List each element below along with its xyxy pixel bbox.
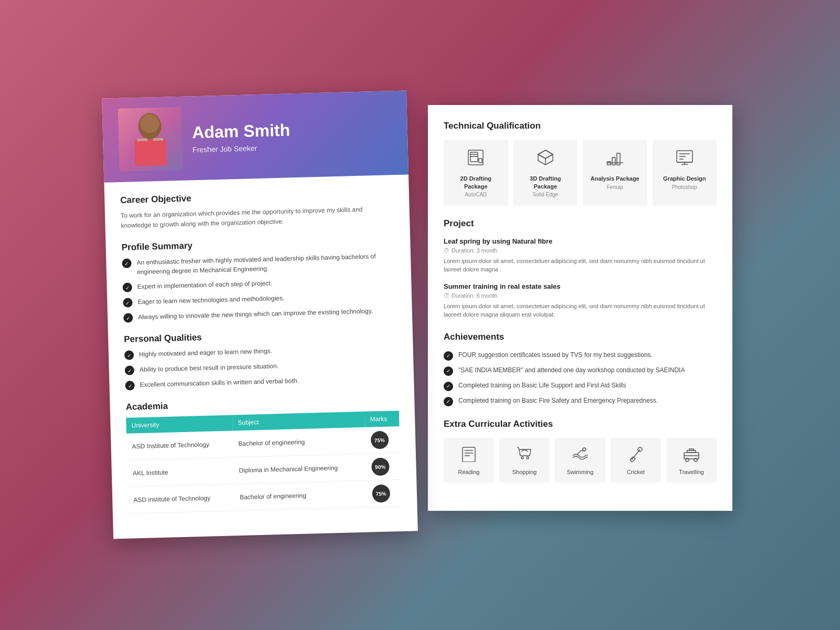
project-name: Leaf spring by using Natural fibre [444, 237, 717, 245]
tech-qual-title: Technical Qualification [444, 121, 717, 131]
activity-swimming: Swimming [555, 438, 605, 482]
activity-cricket: Cricket [611, 438, 661, 482]
svg-line-13 [545, 154, 553, 159]
tech-qual-section: Technical Qualification 2D Drafting Pack… [444, 121, 717, 206]
profile-summary-title: Profile Summary [121, 236, 394, 254]
check-icon: ✓ [123, 313, 133, 323]
cell-subject: Diploma in Mechanical Engineering [234, 454, 366, 485]
check-icon: ✓ [123, 298, 132, 308]
col-marks: Marks [364, 411, 399, 428]
svg-rect-2 [134, 139, 166, 166]
reading-icon [448, 445, 490, 466]
svg-rect-9 [479, 159, 482, 163]
check-icon: ✓ [124, 351, 134, 360]
svg-rect-15 [607, 162, 611, 165]
avatar [118, 107, 183, 172]
achievements-section: Achievements ✓ FOUR suggestion certifica… [444, 332, 717, 406]
academia-table: University Subject Marks ASD Institute o… [126, 411, 402, 514]
svg-rect-16 [612, 158, 615, 165]
svg-marker-11 [538, 150, 553, 159]
svg-rect-34 [630, 457, 635, 462]
graphic-design-icon [658, 148, 712, 171]
drafting-2d-icon [449, 148, 503, 171]
list-item: ✓ Expert in implementation of each step … [122, 276, 395, 293]
project-item: Summer training in real estate sales ⏱ D… [444, 282, 717, 319]
svg-line-14 [538, 154, 545, 159]
tech-sub: Photoshop [658, 184, 712, 190]
list-item: ✓ An enthusiastic fresher with highly mo… [122, 251, 395, 278]
check-icon: ✓ [122, 283, 132, 292]
check-icon: ✓ [125, 381, 134, 391]
resume-header: Adam Smith Fresher Job Seeker [102, 91, 408, 183]
project-duration: ⏱ Duration: 3 month [444, 247, 717, 254]
personal-qualities-bullets: ✓ Highly motivated and eager to learn ne… [124, 343, 398, 391]
cricket-icon [615, 445, 657, 466]
cell-marks: 90% [366, 453, 401, 481]
career-objective-title: Career Objective [120, 188, 393, 206]
tech-card-graphic: Graphic Design Photoshop [653, 140, 717, 206]
svg-rect-26 [463, 447, 475, 462]
left-page: Adam Smith Fresher Job Seeker Career Obj… [102, 91, 418, 539]
project-duration: ⏱ Duration: 6 month [444, 292, 717, 299]
activity-shopping: Shopping [499, 438, 550, 482]
cell-subject: Bachelor of engineering [234, 481, 367, 511]
svg-rect-3 [137, 139, 148, 142]
drafting-3d-icon [519, 148, 573, 171]
analysis-icon [588, 148, 642, 171]
project-name: Summer training in real estate sales [444, 282, 717, 290]
check-icon: ✓ [444, 351, 453, 361]
cell-marks: 75% [365, 427, 400, 454]
shopping-icon [503, 445, 545, 466]
project-desc: Lorem ipsum dolor sit amet, consectetuer… [444, 257, 717, 274]
svg-rect-4 [153, 138, 163, 141]
tech-card-analysis: Analysis Package Femap [583, 140, 647, 206]
svg-point-30 [521, 457, 523, 459]
list-item: ✓ Completed training on Basic Life Suppo… [444, 381, 717, 391]
activity-reading: Reading [444, 438, 494, 482]
profile-summary-bullets: ✓ An enthusiastic fresher with highly mo… [122, 251, 396, 323]
achievements-title: Achievements [444, 332, 717, 342]
list-item: ✓ Ability to produce best result in pres… [124, 359, 397, 376]
project-desc: Lorem ipsum dolor sit amet, consectetuer… [444, 302, 717, 319]
project-section: Project Leaf spring by using Natural fib… [444, 218, 717, 319]
tech-name: 2D Drafting Package [449, 175, 503, 190]
tech-sub: AutoCAD [449, 192, 503, 197]
career-objective-section: Career Objective To work for an organiza… [120, 188, 394, 232]
tech-name: 3D Drafting Package [519, 175, 573, 190]
list-item: ✓ Highly motivated and eager to learn ne… [124, 343, 397, 361]
activity-label: Travelling [670, 469, 712, 475]
tech-sub: Solid Edge [519, 192, 573, 197]
career-objective-text: To work for an organization which provid… [121, 204, 394, 232]
swimming-icon [559, 445, 601, 466]
extracurricular-section: Extra Curricular Activities Reading Shop… [444, 419, 717, 482]
tech-grid: 2D Drafting Package AutoCAD 3D Drafting … [444, 140, 717, 206]
tech-name: Graphic Design [658, 175, 712, 182]
clock-icon: ⏱ [444, 247, 449, 254]
personal-qualities-title: Personal Qualities [124, 328, 397, 345]
check-icon: ✓ [124, 366, 134, 375]
svg-rect-38 [689, 449, 694, 450]
academia-title: Academia [125, 395, 398, 413]
extracurricular-title: Extra Curricular Activities [444, 419, 717, 429]
activity-label: Cricket [615, 469, 657, 475]
cell-university: AKL Institute [127, 458, 234, 487]
marks-badge: 75% [372, 485, 390, 503]
tech-card-2d: 2D Drafting Package AutoCAD [444, 140, 508, 206]
cell-university: ASD Institute of Technology [127, 431, 234, 460]
activity-label: Shopping [503, 469, 545, 475]
check-icon: ✓ [444, 366, 453, 376]
project-item: Leaf spring by using Natural fibre ⏱ Dur… [444, 237, 717, 274]
candidate-name: Adam Smith [192, 120, 290, 142]
activity-grid: Reading Shopping Swimming [444, 438, 717, 482]
list-item: ✓ FOUR suggestion certificates issued by… [444, 351, 717, 361]
clock-icon: ⏱ [444, 292, 449, 299]
svg-rect-6 [470, 152, 478, 162]
list-item: ✓ Excellent communication skills in writ… [125, 374, 398, 391]
academia-section: Academia University Subject Marks ASD In… [125, 395, 401, 514]
tech-sub: Femap [588, 184, 642, 190]
list-item: ✓ Always willing to innovate the new thi… [123, 306, 396, 323]
personal-qualities-section: Personal Qualities ✓ Highly motivated an… [124, 328, 398, 391]
tech-name: Analysis Package [588, 175, 642, 182]
candidate-title: Fresher Job Seeker [193, 143, 291, 154]
tech-card-3d: 3D Drafting Package Solid Edge [513, 140, 578, 206]
